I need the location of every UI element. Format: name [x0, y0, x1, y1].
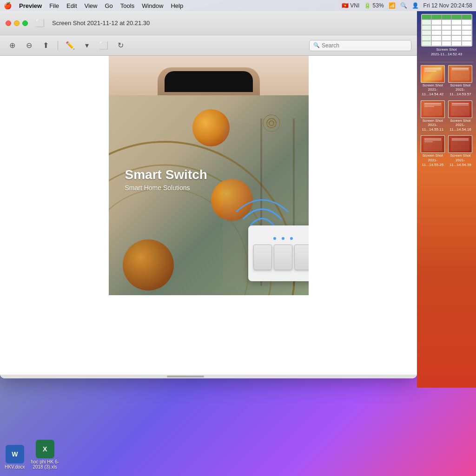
thumbnail-5[interactable]: Screen Shot2021-11...14.54.16 — [448, 100, 474, 132]
thumbnail-3-label: Screen Shot2021-11...14.53.57 — [448, 83, 474, 97]
thumb-separator-1 — [420, 62, 473, 62]
thumbnail-1[interactable]: Screen Shot2021-11...14.52.43 — [420, 14, 473, 57]
close-button[interactable] — [6, 20, 11, 26]
share-button[interactable]: ⬆ — [39, 39, 52, 52]
word-doc-icon: W — [6, 445, 24, 463]
user-icon[interactable]: 👤 — [412, 2, 419, 9]
menu-edit[interactable]: Edit — [66, 2, 77, 9]
menu-file[interactable]: File — [49, 2, 59, 9]
thumbnail-2-image — [421, 65, 445, 83]
pen-icon: ✏️ — [66, 41, 75, 50]
markup-button[interactable]: ✏️ — [64, 39, 77, 52]
thumbnails-panel: Screen Shot2021-11...14.52.43 Screen Sho… — [417, 11, 476, 388]
content-area[interactable]: Smart Switch Smart Home Solutions — [0, 56, 417, 375]
traffic-lights — [6, 20, 28, 26]
thumbnail-3[interactable]: Screen Shot2021-11...14.53.57 — [448, 65, 474, 97]
switch-indicator-3 — [290, 237, 293, 240]
crop-button[interactable]: ⬜ — [97, 39, 110, 52]
search-input[interactable] — [322, 42, 407, 49]
menubar-left: 🍎 Preview File Edit View Go Tools Window… — [4, 2, 183, 9]
hocphi-doc-label: hoc phi HK 6-2018 (3).xls — [29, 459, 61, 469]
rotate-button[interactable]: ↻ — [114, 39, 127, 52]
thumbnail-7-image — [448, 135, 472, 153]
thumbnail-5-image — [448, 100, 472, 118]
toolbar: ⊕ ⊖ ⬆ ✏️ ▾ ⬜ ↻ 🔍 — [0, 35, 417, 56]
menu-go[interactable]: Go — [105, 2, 112, 9]
sidebar-toggle-icon[interactable]: ⬜ — [35, 19, 45, 27]
menubar: 🍎 Preview File Edit View Go Tools Window… — [0, 0, 476, 11]
desktop: 🍎 Preview File Edit View Go Tools Window… — [0, 0, 476, 476]
pen-dropdown-button[interactable]: ▾ — [80, 39, 93, 52]
switch-indicator-2 — [282, 237, 284, 240]
switch-indicators — [273, 237, 293, 240]
zoom-in-icon: ⊕ — [9, 41, 15, 50]
chevron-down-icon: ▾ — [85, 41, 89, 50]
thumbnail-3-image — [448, 65, 472, 83]
search-icon: 🔍 — [313, 42, 320, 48]
datetime-display: Fri 12 Nov 20:24:58 — [423, 2, 472, 9]
phone-section — [109, 56, 309, 95]
menu-tools[interactable]: Tools — [120, 2, 134, 9]
switch-btn-1[interactable] — [253, 245, 272, 270]
thumbnail-7[interactable]: Screen Shot2021-11...14.54.39 — [448, 135, 474, 167]
thumbnail-row-1: Screen Shot2021-11...14.52.43 — [417, 11, 476, 61]
thumbnail-6-label: Screen Shot2021-11...14.55.25 — [420, 153, 446, 167]
thumbnail-row-2col-3: Screen Shot2021-11...14.55.25 Screen Sho… — [417, 133, 476, 169]
thumbnail-6-image — [421, 135, 445, 153]
switch-buttons — [253, 245, 309, 270]
smart-switch-section: Smart Switch Smart Home Solutions — [109, 95, 309, 295]
input-method-indicator[interactable]: 🇻🇳 VNI — [342, 2, 359, 9]
menubar-right: 🇻🇳 VNI 🔋 53% 📶 🔍 👤 Fri 12 Nov 20:24:58 — [342, 2, 472, 9]
thumbnail-4-image — [421, 100, 445, 118]
menu-help[interactable]: Help — [171, 2, 183, 9]
maximize-button[interactable] — [22, 20, 28, 26]
crop-icon: ⬜ — [99, 41, 108, 50]
zoom-in-button[interactable]: ⊕ — [6, 39, 19, 52]
thumbnail-7-label: Screen Shot2021-11...14.54.39 — [448, 153, 474, 167]
menu-preview[interactable]: Preview — [19, 2, 42, 9]
dock-item-hocphi[interactable]: X hoc phi HK 6-2018 (3).xls — [29, 440, 61, 469]
scrollbar-thumb[interactable] — [167, 376, 204, 377]
switch-indicator-1 — [273, 237, 276, 240]
thumbnail-1-label: Screen Shot2021-11...14.52.43 — [431, 47, 462, 57]
search-box[interactable]: 🔍 — [309, 40, 411, 51]
share-icon: ⬆ — [43, 41, 49, 50]
zoom-out-icon: ⊖ — [26, 41, 32, 50]
switch-btn-3[interactable] — [294, 245, 309, 270]
excel-icon-label: X — [43, 445, 47, 453]
smart-switch-title: Smart Switch — [125, 167, 207, 182]
toolbar-separator-1 — [58, 41, 58, 50]
switch-device — [248, 225, 309, 281]
thumbnail-2-label: Screen Shot2021-11...14.54.42 — [420, 83, 446, 97]
menu-window[interactable]: Window — [142, 2, 163, 9]
thumbnail-row-2col-1: Screen Shot2021-11...14.54.42 Screen Sho… — [417, 63, 476, 99]
thumbnail-6[interactable]: Screen Shot2021-11...14.55.25 — [420, 135, 446, 167]
thumbnail-2[interactable]: Screen Shot2021-11...14.54.42 — [420, 65, 446, 97]
switch-btn-2[interactable] — [274, 245, 292, 270]
apple-menu-icon[interactable]: 🍎 — [4, 2, 12, 9]
window-title: Screen Shot 2021-11-12 at 20.21.30 — [52, 20, 150, 26]
smart-switch-text: Smart Switch Smart Home Solutions — [125, 167, 207, 192]
menu-view[interactable]: View — [85, 2, 98, 9]
minimize-button[interactable] — [14, 20, 20, 26]
zoom-out-button[interactable]: ⊖ — [22, 39, 35, 52]
hkv-doc-label: HKV.docx — [5, 464, 25, 469]
rotate-icon: ↻ — [118, 41, 124, 50]
thumbnail-1-image — [421, 14, 472, 46]
wifi-icon: 📶 — [389, 2, 396, 9]
thumbnail-4-label: Screen Shot2021-11...14.55.11 — [420, 119, 446, 132]
thumbnail-5-label: Screen Shot2021-11...14.54.16 — [448, 119, 474, 132]
scrollbar-area[interactable] — [0, 375, 417, 378]
thumbnail-4[interactable]: Screen Shot2021-11...14.55.11 — [420, 100, 446, 132]
window-titlebar: ⬜ Screen Shot 2021-11-12 at 20.21.30 — [0, 11, 417, 35]
battery-indicator: 🔋 53% — [364, 2, 383, 9]
content-spacer — [55, 295, 362, 365]
smart-switch-subtitle: Smart Home Solutions — [125, 184, 207, 192]
preview-window: ⬜ Screen Shot 2021-11-12 at 20.21.30 ⊕ ⊖… — [0, 11, 417, 378]
lamp-ball-3 — [123, 239, 174, 291]
image-content: Smart Switch Smart Home Solutions — [55, 56, 362, 365]
thumbnail-row-2col-2: Screen Shot2021-11...14.55.11 Screen Sho… — [417, 99, 476, 134]
search-menubar-icon[interactable]: 🔍 — [400, 2, 407, 9]
dock-item-hkv[interactable]: W HKV.docx — [5, 445, 25, 469]
excel-doc-icon: X — [36, 440, 54, 458]
